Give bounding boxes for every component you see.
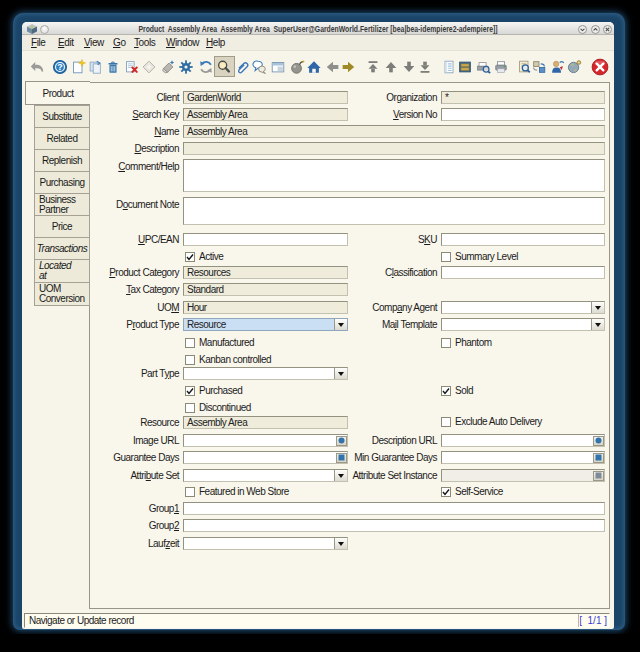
svg-text:?: ?: [57, 62, 62, 72]
